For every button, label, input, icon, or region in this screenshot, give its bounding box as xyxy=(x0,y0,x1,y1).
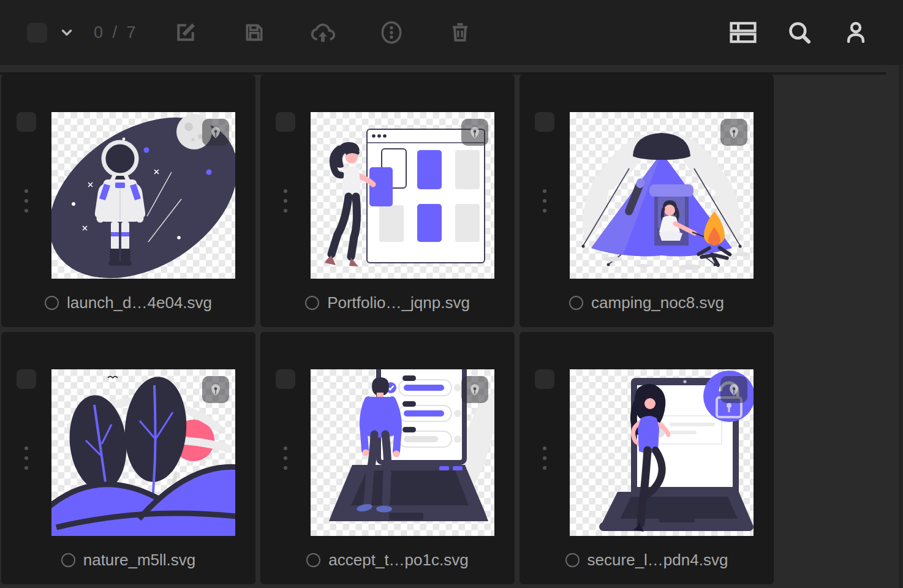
save-button[interactable] xyxy=(240,18,268,47)
file-select-checkbox[interactable] xyxy=(17,369,36,389)
selection-count: 0 / 7 xyxy=(94,23,138,42)
file-radio[interactable] xyxy=(306,553,320,567)
filename-label: nature_m5ll.svg xyxy=(83,551,196,570)
select-all-checkbox[interactable] xyxy=(27,23,47,43)
file-select-checkbox[interactable] xyxy=(276,112,295,132)
file-row: nature_m5ll.svg xyxy=(1,551,255,570)
vector-pen-badge-icon xyxy=(202,119,229,146)
trash-icon xyxy=(448,20,472,45)
file-card: secure_l…pdn4.svg xyxy=(520,332,774,584)
file-row: secure_l…pdn4.svg xyxy=(520,551,774,570)
thumbnail[interactable] xyxy=(311,112,494,279)
item-menu-kebab[interactable] xyxy=(22,444,31,472)
more-options-button[interactable] xyxy=(377,18,406,47)
filename-label: camping_noc8.svg xyxy=(591,293,724,312)
item-menu-kebab[interactable] xyxy=(540,444,549,472)
file-row: accept_t…po1c.svg xyxy=(260,551,515,570)
file-radio[interactable] xyxy=(45,296,59,310)
file-select-checkbox[interactable] xyxy=(17,112,36,132)
file-row: Portfolio…_jqnp.svg xyxy=(260,293,515,312)
thumbnail[interactable] xyxy=(51,112,235,279)
vector-pen-badge-icon xyxy=(461,119,488,146)
file-radio[interactable] xyxy=(61,553,75,567)
thumbnail[interactable] xyxy=(51,369,235,536)
file-grid-area: launch_d…4e04.svg xyxy=(0,65,903,588)
item-menu-kebab[interactable] xyxy=(281,444,290,472)
vector-pen-badge-icon xyxy=(720,119,747,146)
filename-label: secure_l…pdn4.svg xyxy=(588,551,728,570)
filename-label: accept_t…po1c.svg xyxy=(328,551,468,570)
toolbar: 0 / 7 xyxy=(0,0,903,65)
file-row: camping_noc8.svg xyxy=(520,293,774,312)
file-select-checkbox[interactable] xyxy=(535,112,554,132)
file-select-checkbox[interactable] xyxy=(535,369,554,389)
file-radio[interactable] xyxy=(305,296,319,310)
file-row: launch_d…4e04.svg xyxy=(1,293,255,312)
toolbar-right-group xyxy=(729,18,903,47)
file-radio[interactable] xyxy=(569,296,583,310)
vector-pen-badge-icon xyxy=(720,376,747,403)
item-menu-kebab[interactable] xyxy=(540,187,549,215)
toolbar-left-group: 0 / 7 xyxy=(0,18,474,47)
file-radio[interactable] xyxy=(565,553,580,567)
list-view-icon xyxy=(729,20,757,45)
thumbnail[interactable] xyxy=(570,369,754,536)
chevron-down-icon[interactable] xyxy=(59,25,74,40)
filename-label: Portfolio…_jqnp.svg xyxy=(327,293,470,312)
more-options-icon xyxy=(379,18,404,47)
search-icon xyxy=(787,20,812,45)
vector-pen-badge-icon xyxy=(461,376,488,403)
file-select-checkbox[interactable] xyxy=(276,369,295,389)
vector-pen-badge-icon xyxy=(202,376,229,403)
file-card: camping_noc8.svg xyxy=(520,75,774,327)
save-icon xyxy=(242,20,266,45)
edit-button[interactable] xyxy=(172,18,200,47)
scrollbar[interactable] xyxy=(899,65,903,588)
item-menu-kebab[interactable] xyxy=(281,187,290,215)
file-card: nature_m5ll.svg xyxy=(1,332,255,584)
cloud-upload-button[interactable] xyxy=(309,18,337,47)
file-grid: launch_d…4e04.svg xyxy=(1,75,774,584)
file-card: Portfolio…_jqnp.svg xyxy=(260,75,515,327)
item-menu-kebab[interactable] xyxy=(22,187,31,215)
search-button[interactable] xyxy=(785,18,814,47)
list-view-button[interactable] xyxy=(729,18,757,47)
account-button[interactable] xyxy=(842,18,870,47)
app-window: 0 / 7 xyxy=(0,0,903,588)
thumbnail[interactable] xyxy=(570,112,754,279)
cloud-upload-icon xyxy=(309,18,337,47)
file-card: accept_t…po1c.svg xyxy=(260,332,515,584)
filename-label: launch_d…4e04.svg xyxy=(67,293,212,312)
person-icon xyxy=(843,20,869,45)
delete-button[interactable] xyxy=(446,18,474,47)
edit-icon xyxy=(173,20,198,45)
thumbnail[interactable] xyxy=(311,369,494,536)
file-card: launch_d…4e04.svg xyxy=(1,75,255,327)
